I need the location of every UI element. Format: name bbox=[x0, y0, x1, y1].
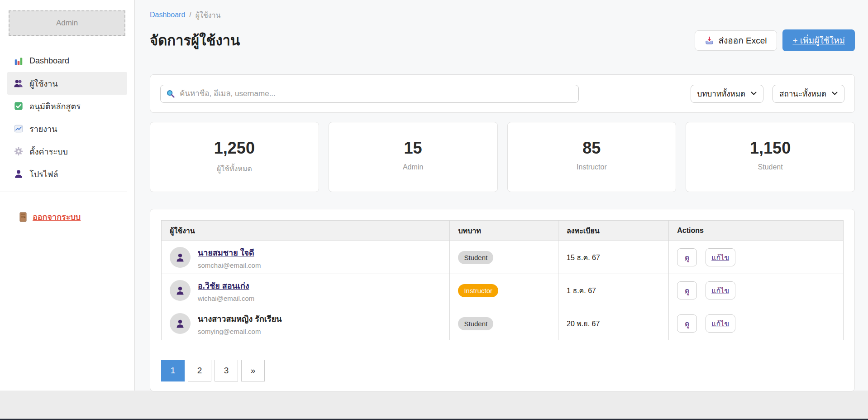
search-input[interactable] bbox=[180, 89, 573, 98]
sidebar-item-settings[interactable]: ตั้งค่าระบบ bbox=[7, 140, 127, 163]
registered-date: 20 พ.ย. 67 bbox=[558, 307, 669, 340]
add-user-label: + เพิ่มผู้ใช้ใหม่ bbox=[792, 34, 845, 47]
user-name-link[interactable]: อ.วิชัย สอนเก่ง bbox=[198, 279, 254, 292]
avatar bbox=[170, 280, 191, 301]
header-actions: ส่งออก Excel + เพิ่มผู้ใช้ใหม่ bbox=[695, 29, 855, 51]
user-email: somchai@email.com bbox=[198, 261, 261, 269]
person-icon bbox=[175, 318, 186, 329]
page-button[interactable]: 1 bbox=[161, 360, 185, 381]
logout-label: ออกจากระบบ bbox=[33, 210, 81, 223]
user-name-link: นางสาวสมหญิง รักเรียน bbox=[198, 312, 281, 325]
user-email: somying@email.com bbox=[198, 328, 281, 335]
main-content: Dashboard / ผู้ใช้งาน จัดการผู้ใช้งาน ส่… bbox=[135, 0, 868, 391]
chevron-down-icon bbox=[751, 92, 757, 96]
sidebar-item-label: ตั้งค่าระบบ bbox=[29, 145, 68, 158]
export-excel-label: ส่งออก Excel bbox=[718, 34, 767, 47]
table-header-row: ผู้ใช้งาน บทบาท ลงทะเบียน Actions bbox=[162, 221, 844, 241]
avatar bbox=[170, 313, 191, 334]
person-icon bbox=[175, 252, 186, 263]
breadcrumb-dashboard-link[interactable]: Dashboard bbox=[150, 11, 185, 19]
role-badge: Student bbox=[458, 251, 493, 264]
breadcrumb-current: ผู้ใช้งาน bbox=[196, 10, 221, 21]
stat-label: Student bbox=[686, 163, 854, 171]
export-icon bbox=[705, 36, 714, 45]
role-filter-value: บทบาททั้งหมด bbox=[697, 87, 746, 100]
page-title: จัดการผู้ใช้งาน bbox=[150, 29, 240, 52]
edit-button[interactable]: แก้ไข bbox=[706, 314, 735, 333]
avatar bbox=[170, 247, 191, 268]
role-filter-select[interactable]: บทบาททั้งหมด bbox=[691, 85, 764, 103]
search-icon bbox=[166, 89, 175, 98]
stat-label: Instructor bbox=[508, 163, 676, 171]
sidebar-item-dashboard[interactable]: Dashboard bbox=[7, 49, 127, 72]
sidebar-item-profile[interactable]: โปรไฟล์ bbox=[7, 163, 127, 185]
add-user-button[interactable]: + เพิ่มผู้ใช้ใหม่ bbox=[782, 29, 855, 51]
sidebar-item-course-approval[interactable]: อนุมัติหลักสูตร bbox=[7, 95, 127, 117]
page-button[interactable]: 3 bbox=[215, 360, 238, 381]
sidebar: Admin Dashboard ผู้ใช้งาน bbox=[0, 0, 135, 391]
page-button[interactable]: 2 bbox=[188, 360, 211, 381]
search-box bbox=[160, 85, 579, 103]
table-row: นางสาวสมหญิง รักเรียน somying@email.com … bbox=[162, 307, 844, 340]
stat-value: 1,150 bbox=[686, 139, 854, 158]
status-filter-value: สถานะทั้งหมด bbox=[779, 87, 826, 100]
admin-logo-placeholder: Admin bbox=[9, 10, 125, 36]
col-header-registered: ลงทะเบียน bbox=[558, 221, 669, 241]
sidebar-item-users[interactable]: ผู้ใช้งาน bbox=[7, 72, 127, 95]
view-button[interactable]: ดู bbox=[677, 281, 697, 299]
sidebar-item-label: โปรไฟล์ bbox=[29, 168, 58, 181]
logout-link[interactable]: ออกจากระบบ bbox=[0, 210, 134, 223]
stat-card: 85 Instructor bbox=[507, 122, 677, 192]
col-header-user: ผู้ใช้งาน bbox=[162, 221, 450, 241]
report-icon bbox=[14, 124, 24, 134]
stats-row: 1,250 ผู้ใช้ทั้งหมด 15 Admin 85 Instruct… bbox=[150, 122, 855, 192]
stat-card: 1,250 ผู้ใช้ทั้งหมด bbox=[150, 122, 319, 192]
sidebar-item-label: ผู้ใช้งาน bbox=[29, 77, 58, 90]
registered-date: 15 ธ.ค. 67 bbox=[558, 241, 669, 274]
stat-card: 1,150 Student bbox=[686, 122, 855, 192]
breadcrumb-separator: / bbox=[189, 11, 191, 19]
stat-label: ผู้ใช้ทั้งหมด bbox=[150, 163, 319, 174]
approve-icon bbox=[14, 101, 24, 111]
edit-button[interactable]: แก้ไข bbox=[706, 248, 735, 266]
door-icon bbox=[19, 212, 27, 222]
stat-value: 85 bbox=[508, 139, 676, 158]
sidebar-divider bbox=[0, 192, 127, 192]
page-button[interactable]: » bbox=[241, 360, 265, 381]
profile-icon bbox=[14, 169, 24, 179]
table-row: นายสมชาย ใจดี somchai@email.com Student … bbox=[162, 241, 844, 274]
sidebar-item-label: อนุมัติหลักสูตร bbox=[29, 100, 81, 113]
table-row: อ.วิชัย สอนเก่ง wichai@email.com Instruc… bbox=[162, 274, 844, 307]
stat-label: Admin bbox=[329, 163, 497, 171]
edit-button[interactable]: แก้ไข bbox=[706, 281, 735, 299]
role-badge: Student bbox=[458, 317, 493, 330]
stat-value: 1,250 bbox=[150, 139, 319, 158]
users-table: ผู้ใช้งาน บทบาท ลงทะเบียน Actions bbox=[161, 220, 844, 340]
settings-icon bbox=[14, 146, 24, 156]
page-header: จัดการผู้ใช้งาน ส่งออก Excel + เพิ่มผู้ใ… bbox=[150, 27, 855, 53]
breadcrumb: Dashboard / ผู้ใช้งาน bbox=[150, 10, 855, 20]
pagination: 1 2 3 » bbox=[161, 360, 844, 381]
dashboard-icon bbox=[14, 56, 24, 66]
users-table-card: ผู้ใช้งาน บทบาท ลงทะเบียน Actions bbox=[150, 209, 855, 391]
sidebar-item-label: Dashboard bbox=[29, 56, 69, 66]
sidebar-item-label: รายงาน bbox=[29, 122, 57, 135]
status-filter-select[interactable]: สถานะทั้งหมด bbox=[773, 85, 844, 103]
admin-logo-label: Admin bbox=[56, 19, 78, 28]
view-button[interactable]: ดู bbox=[677, 314, 697, 333]
user-name-link[interactable]: นายสมชาย ใจดี bbox=[198, 246, 261, 259]
role-badge: Instructor bbox=[458, 284, 498, 297]
sidebar-item-reports[interactable]: รายงาน bbox=[7, 117, 127, 140]
sidebar-menu: Dashboard ผู้ใช้งาน อนุมัติหลักสูตร bbox=[0, 49, 134, 185]
filter-bar: บทบาททั้งหมด สถานะทั้งหมด bbox=[150, 74, 855, 113]
users-icon bbox=[14, 78, 24, 88]
stat-value: 15 bbox=[329, 139, 497, 158]
registered-date: 1 ธ.ค. 67 bbox=[558, 274, 669, 307]
stat-card: 15 Admin bbox=[329, 122, 498, 192]
col-header-role: บทบาท bbox=[450, 221, 558, 241]
app-window: Admin Dashboard ผู้ใช้งาน bbox=[0, 0, 868, 391]
view-button[interactable]: ดู bbox=[677, 248, 697, 266]
col-header-actions: Actions bbox=[669, 221, 844, 241]
export-excel-button[interactable]: ส่งออก Excel bbox=[695, 30, 777, 51]
person-icon bbox=[175, 285, 186, 296]
